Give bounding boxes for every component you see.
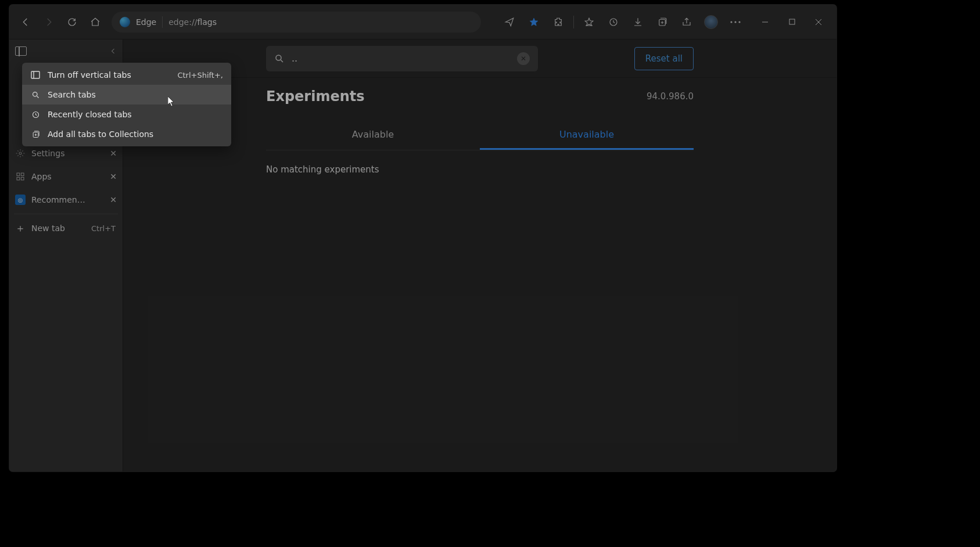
close-tab-icon[interactable]: ✕	[110, 195, 117, 204]
collections-icon	[30, 130, 41, 139]
svg-rect-10	[21, 177, 24, 180]
experiments-tabs: Available Unavailable	[266, 121, 694, 150]
tab-label: Apps	[31, 172, 52, 181]
toolbar-divider	[573, 16, 574, 28]
empty-state-message: No matching experiments	[266, 164, 694, 175]
address-separator	[162, 16, 163, 28]
menu-recently-closed-tabs[interactable]: Recently closed tabs	[22, 105, 231, 124]
close-tab-icon[interactable]: ✕	[110, 149, 117, 158]
reset-all-button[interactable]: Reset all	[634, 47, 694, 70]
svg-point-4	[738, 21, 740, 23]
svg-rect-5	[789, 19, 795, 24]
svg-rect-7	[17, 173, 20, 176]
svg-point-11	[276, 55, 281, 60]
share-icon[interactable]	[675, 10, 698, 34]
profile-avatar[interactable]	[699, 10, 723, 34]
vertical-tabs-icon	[30, 71, 41, 79]
refresh-button[interactable]	[60, 10, 84, 34]
apps-icon	[15, 171, 26, 182]
menu-add-to-collections[interactable]: Add all tabs to Collections	[22, 124, 231, 144]
version-label: 94.0.986.0	[647, 91, 694, 102]
new-tab-shortcut: Ctrl+T	[91, 224, 116, 233]
sidebar-tab-apps[interactable]: Apps ✕	[9, 165, 123, 188]
collapse-sidebar-icon[interactable]	[110, 48, 117, 55]
page-title: Experiments	[266, 88, 365, 105]
window-maximize-button[interactable]	[778, 10, 805, 34]
address-url: edge://flags	[168, 17, 217, 27]
plus-icon: ＋	[15, 221, 26, 235]
clear-search-icon[interactable]: ✕	[517, 52, 530, 65]
forward-button[interactable]	[37, 10, 60, 34]
address-brand: Edge	[136, 17, 156, 27]
favorites-icon[interactable]	[577, 10, 601, 34]
svg-point-13	[33, 92, 37, 96]
downloads-icon[interactable]	[626, 10, 649, 34]
menu-item-shortcut: Ctrl+Shift+,	[177, 71, 223, 80]
favorite-star-icon[interactable]	[522, 10, 545, 34]
tab-actions-icon[interactable]	[15, 46, 27, 56]
site-favicon: ◎	[15, 195, 26, 205]
tab-actions-menu: Turn off vertical tabs Ctrl+Shift+, Sear…	[22, 63, 231, 146]
home-button[interactable]	[84, 10, 107, 34]
svg-point-3	[734, 21, 736, 23]
tab-unavailable[interactable]: Unavailable	[480, 121, 694, 150]
window-minimize-button[interactable]	[752, 10, 778, 34]
browser-toolbar: Edge edge://flags	[9, 5, 837, 39]
search-icon	[30, 91, 41, 99]
svg-point-2	[730, 21, 732, 23]
mouse-cursor-icon	[168, 96, 175, 107]
sidebar-divider	[14, 214, 118, 214]
tab-available[interactable]: Available	[266, 121, 480, 150]
svg-rect-12	[31, 71, 40, 78]
tab-label: Settings	[31, 149, 64, 158]
menu-item-label: Add all tabs to Collections	[48, 129, 153, 139]
edge-logo-icon	[120, 17, 130, 27]
back-button[interactable]	[14, 10, 37, 34]
tab-label: Recommended D	[31, 195, 89, 204]
close-tab-icon[interactable]: ✕	[110, 172, 117, 181]
more-menu-icon[interactable]	[724, 10, 747, 34]
menu-item-label: Recently closed tabs	[48, 110, 132, 119]
svg-rect-9	[17, 177, 20, 180]
send-icon[interactable]	[498, 10, 521, 34]
gear-icon	[15, 148, 26, 159]
flags-search-input[interactable]	[292, 53, 510, 64]
window-close-button[interactable]	[805, 10, 832, 34]
svg-rect-8	[21, 173, 24, 176]
new-tab-label: New tab	[31, 224, 65, 233]
history-icon[interactable]	[602, 10, 625, 34]
svg-point-6	[19, 152, 21, 154]
search-icon	[274, 53, 285, 64]
flags-search-box[interactable]: ✕	[266, 46, 538, 71]
collections-icon[interactable]	[651, 10, 674, 34]
history-icon	[30, 110, 41, 119]
address-bar[interactable]: Edge edge://flags	[112, 12, 481, 33]
menu-turn-off-vertical-tabs[interactable]: Turn off vertical tabs Ctrl+Shift+,	[22, 65, 231, 85]
extensions-icon[interactable]	[547, 10, 570, 34]
menu-item-label: Turn off vertical tabs	[48, 70, 131, 80]
menu-item-label: Search tabs	[48, 90, 96, 99]
sidebar-tab-recommended[interactable]: ◎ Recommended D ✕	[9, 188, 123, 211]
new-tab-button[interactable]: ＋ New tab Ctrl+T	[9, 217, 123, 240]
menu-search-tabs[interactable]: Search tabs	[22, 85, 231, 105]
